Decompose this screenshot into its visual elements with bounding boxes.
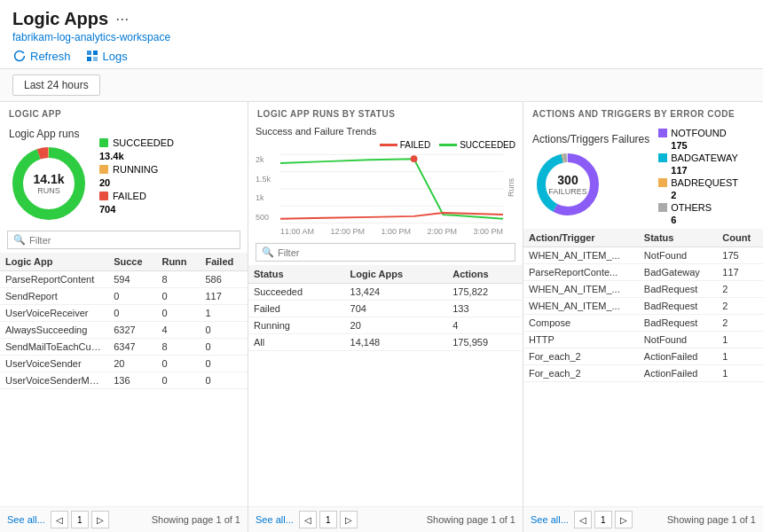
runs-filter-input[interactable] [278,247,509,258]
page-title: Logic Apps [12,9,108,29]
time-filter-button[interactable]: Last 24 hours [12,74,100,96]
x-label-2pm: 2:00 PM [427,227,457,236]
table-row: ParseReportContent5948586 [0,271,248,288]
logic-app-filter[interactable]: 🔍 [7,231,240,249]
line-chart-svg [280,153,503,224]
table-row: SendMailToEachCustomer634780 [0,339,248,356]
table-row: UserVoiceReceiver001 [0,305,248,322]
notfound-dot [658,129,667,137]
col-error-status: Status [639,229,718,247]
actions-page-first-btn[interactable]: 1 [594,511,612,528]
table-row: All14,148175,959 [248,334,523,351]
logic-app-page-info: Showing page 1 of 1 [152,514,240,525]
logic-app-filter-input[interactable] [29,235,234,246]
filter-search-icon: 🔍 [13,234,26,246]
actions-legend: NOTFOUND 175 BADGATEWAY 117 BADREQUEST [658,128,754,225]
table-row: HTTPNotFound1 [523,332,763,348]
y-label-1.5k: 1.5k [256,175,280,184]
logic-app-table: Logic App Succe Runn Failed ParseReportC… [0,253,248,389]
y-axis-label: Runs [507,178,515,197]
logic-app-legend: SUCCEEDED 13.4k RUNNING 20 FAILED [99,137,174,215]
table-row: For_each_2ActionFailed1 [523,365,763,382]
logic-app-chart-title: Logic App runs [9,128,89,140]
runs-table: Status Logic Apps Actions Succeeded13,42… [248,265,523,351]
logic-app-panel: LOGIC APP Logic App runs [0,102,248,532]
actions-panel: ACTIONS AND TRIGGERS BY ERROR CODE Actio… [523,102,763,532]
workspace-link[interactable]: fabrikam-log-analytics-workspace [12,31,751,43]
table-row: AlwaysSucceeding632740 [0,322,248,339]
actions-donut-number: 300 [548,173,587,187]
succeeded-legend: SUCCEEDED [439,140,515,150]
col-logic-app: Logic App [0,253,108,271]
runs-filter[interactable]: 🔍 [256,243,515,262]
logic-app-donut-chart: 14.1k RUNS [9,144,89,223]
logs-button[interactable]: Logs [85,49,128,63]
svg-rect-3 [93,57,98,61]
badrequest-dot [658,178,667,187]
table-row: UserVoiceSenderModifier13600 [0,372,248,389]
col-logic-apps: Logic Apps [345,265,448,284]
table-row: For_each_2ActionFailed1 [523,348,763,365]
x-label-12pm: 12:00 PM [330,227,365,236]
donut-center-number: 14.1k [33,172,64,186]
page-next-btn[interactable]: ▷ [91,511,109,528]
running-dot [99,165,108,174]
donut-center-text: RUNS [33,186,64,195]
col-failed: Failed [200,253,248,271]
col-status: Status [248,265,345,284]
others-dot [658,203,667,212]
runs-page-first-btn[interactable]: 1 [319,511,337,528]
x-label-3pm: 3:00 PM [473,227,503,236]
actions-see-all[interactable]: See all... [531,514,569,525]
failed-dot [99,192,108,200]
refresh-icon [12,49,27,63]
actions-chart-title: Actions/Triggers Failures [532,133,649,145]
logic-app-see-all[interactable]: See all... [7,514,45,525]
runs-panel: LOGIC APP RUNS BY STATUS Success and Fai… [248,102,523,532]
runs-page-nav: ◁ 1 ▷ [299,511,358,528]
runs-page-info: Showing page 1 of 1 [427,514,515,525]
runs-see-all[interactable]: See all... [256,514,294,525]
table-row: WHEN_AN_ITEM_...BadRequest2 [523,298,763,315]
x-label-1pm: 1:00 PM [381,227,411,236]
more-options-icon[interactable]: ··· [115,10,129,28]
actions-page-prev-btn[interactable]: ◁ [574,511,592,528]
runs-section-label: LOGIC APP RUNS BY STATUS [248,102,523,122]
runs-filter-search-icon: 🔍 [262,246,274,258]
svg-point-13 [411,155,418,162]
runs-page-prev-btn[interactable]: ◁ [299,511,317,528]
succeeded-dot [99,138,108,147]
actions-table: Action/Trigger Status Count WHEN_AN_ITEM… [523,229,763,382]
logic-app-section-label: LOGIC APP [0,102,248,122]
table-row: WHEN_AN_ITEM_...BadRequest2 [523,281,763,298]
actions-donut-text: FAILURES [548,187,587,196]
x-label-11am: 11:00 AM [280,227,314,236]
runs-page-next-btn[interactable]: ▷ [340,511,358,528]
table-row: WHEN_AN_ITEM_...NotFound175 [523,247,763,264]
y-label-1k: 1k [256,193,280,202]
actions-page-next-btn[interactable]: ▷ [615,511,633,528]
actions-section-label: ACTIONS AND TRIGGERS BY ERROR CODE [523,102,763,122]
page-prev-btn[interactable]: ◁ [51,511,68,528]
runs-chart-title: Success and Failure Trends [256,126,515,137]
table-row: ParseReportConte...BadGateway117 [523,264,763,281]
refresh-button[interactable]: Refresh [12,49,71,63]
svg-rect-1 [93,51,98,55]
col-running: Runn [156,253,200,271]
logic-app-page-nav: ◁ 1 ▷ [51,511,109,528]
col-count: Count [717,229,763,247]
table-row: Running204 [248,317,523,334]
table-row: ComposeBadRequest2 [523,315,763,332]
page-first-btn[interactable]: 1 [71,511,89,528]
col-action-trigger: Action/Trigger [523,229,639,247]
table-row: UserVoiceSender2000 [0,356,248,372]
y-label-500: 500 [256,213,280,222]
actions-page-nav: ◁ 1 ▷ [574,511,633,528]
col-succeeded: Succe [108,253,156,271]
table-row: SendReport00117 [0,288,248,305]
badgateway-dot [658,153,667,162]
svg-rect-0 [87,51,91,55]
col-actions: Actions [447,265,523,284]
svg-rect-2 [87,57,91,61]
y-label-2k: 2k [256,155,280,164]
